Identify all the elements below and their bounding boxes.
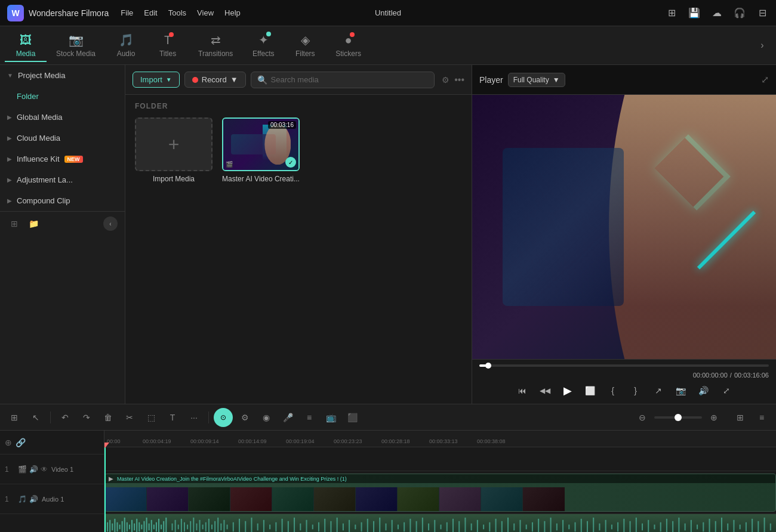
search-box[interactable]: 🔍 (251, 72, 435, 88)
sidebar-item-adjustment-layer[interactable]: ▶ Adjustment La... (0, 169, 125, 190)
playhead[interactable] (104, 447, 106, 532)
tab-media[interactable]: 🖼 Media (5, 30, 47, 61)
zoom-out-button[interactable]: ⊖ (633, 408, 652, 427)
eye-track-icon[interactable]: 👁 (41, 465, 48, 474)
svg-rect-83 (458, 521, 460, 532)
split-button[interactable]: ✂ (120, 408, 139, 427)
list-item[interactable]: 00:03:16 ✓ 🎬 Master AI Video Creati... (222, 117, 300, 183)
video-thumb[interactable]: 00:03:16 ✓ 🎬 (222, 117, 300, 171)
sidebar-item-influence-kit[interactable]: ▶ Influence Kit NEW (0, 149, 125, 169)
list-view-button[interactable]: ≡ (752, 408, 771, 427)
svg-rect-71 (385, 524, 386, 531)
toolbar-divider (50, 412, 51, 423)
left-panel: ▼ Project Media Folder ▶ Global Media ▶ … (0, 65, 125, 404)
import-button[interactable]: Import ▼ (133, 72, 180, 88)
preview-content (472, 95, 776, 359)
redo-button[interactable]: ↷ (77, 408, 96, 427)
import-placeholder-thumb[interactable]: + (135, 117, 213, 171)
add-track-link-icon[interactable]: 🔗 (16, 438, 26, 447)
black-clip-button[interactable]: ⬛ (343, 408, 362, 427)
more-options-icon[interactable]: ••• (454, 75, 464, 85)
zoom-handle[interactable] (675, 414, 682, 421)
skip-back-button[interactable]: ⏮ (514, 382, 531, 399)
undo-button[interactable]: ↶ (56, 408, 75, 427)
menu-help[interactable]: Help (224, 8, 241, 17)
send-to-timeline-button[interactable]: ↗ (650, 382, 667, 399)
snapshot-button[interactable]: 📷 (673, 382, 689, 399)
zoom-in-button[interactable]: ⊕ (704, 408, 723, 427)
marker-button[interactable]: ◉ (257, 408, 276, 427)
menu-tools[interactable]: Tools (168, 8, 186, 17)
delete-button[interactable]: 🗑 (98, 408, 118, 427)
frame-back-button[interactable]: ◀◀ (537, 382, 553, 399)
timecode-3: 00:00:14:09 (238, 438, 286, 444)
grid-view-button[interactable]: ⊞ (731, 408, 750, 427)
fullscreen-button[interactable]: ⤢ (718, 382, 735, 399)
add-video-track-icon[interactable]: ⊕ (5, 438, 12, 447)
mark-out-button[interactable]: } (627, 382, 644, 399)
nav-more-button[interactable]: › (753, 36, 771, 54)
search-input[interactable] (271, 75, 429, 84)
video-track[interactable]: ▶ Master AI Video Creation_Join the #Fil… (104, 471, 776, 514)
clip-thumb (272, 487, 314, 511)
stop-button[interactable]: ⬜ (582, 382, 599, 399)
screen-record-button[interactable]: 📺 (321, 408, 340, 427)
svg-rect-16 (141, 525, 142, 530)
tab-transitions[interactable]: ⇄ Transitions (189, 29, 242, 61)
tab-stickers[interactable]: ● Stickers (326, 30, 371, 61)
tab-stock-media[interactable]: 📷 Stock Media (47, 29, 105, 61)
record-button[interactable]: ⊙ (214, 408, 233, 427)
layout-toggle-icon[interactable]: ⊟ (756, 7, 769, 20)
svg-rect-73 (398, 525, 399, 530)
sidebar-item-compound-clip[interactable]: ▶ Compound Clip (0, 190, 125, 211)
sidebar-item-global-media[interactable]: ▶ Global Media (0, 107, 125, 128)
volume-track-icon[interactable]: 🔊 (29, 465, 38, 474)
chevron-right-icon: ▶ (7, 197, 12, 204)
menu-view[interactable]: View (197, 8, 214, 17)
text-button[interactable]: T (163, 408, 182, 427)
tab-audio[interactable]: 🎵 Audio (105, 29, 147, 61)
sidebar-item-project-media[interactable]: ▼ Project Media (0, 65, 125, 86)
filters-tab-icon: ◈ (301, 33, 310, 47)
volume-button[interactable]: 🔊 (695, 382, 712, 399)
sidebar-item-folder[interactable]: Folder (0, 86, 125, 107)
voiceover-button[interactable]: 🎤 (278, 408, 297, 427)
tab-titles[interactable]: T Titles (147, 30, 189, 61)
record-button[interactable]: Record ▼ (184, 72, 246, 88)
save-icon[interactable]: 💾 (688, 7, 701, 20)
svg-rect-21 (153, 525, 155, 530)
filter-icon[interactable]: ⚙ (442, 75, 449, 85)
zoom-slider[interactable] (654, 416, 702, 419)
video-clip[interactable]: ▶ Master AI Video Creation_Join the #Fil… (104, 474, 776, 512)
audio-track[interactable] (104, 514, 776, 532)
player-timeline-bar[interactable] (479, 364, 769, 367)
add-track-button[interactable]: ⊞ (5, 408, 24, 427)
mark-in-button[interactable]: { (605, 382, 621, 399)
audio-volume-icon[interactable]: 🔊 (29, 495, 38, 503)
list-item[interactable]: + Import Media (135, 117, 213, 183)
screen-layout-icon[interactable]: ⊞ (665, 7, 678, 20)
timeline-handle[interactable] (485, 363, 491, 369)
subtitle-button[interactable]: ≡ (300, 408, 319, 427)
play-button[interactable]: ▶ (559, 382, 576, 399)
sidebar-item-cloud-media[interactable]: ▶ Cloud Media (0, 128, 125, 149)
collapse-panel-button[interactable]: ‹ (103, 216, 118, 231)
settings-button[interactable]: ⚙ (235, 408, 254, 427)
svg-rect-103 (581, 519, 582, 532)
add-folder-icon[interactable]: ⊞ (7, 216, 21, 231)
svg-rect-32 (187, 525, 188, 530)
more-tools-button[interactable]: ··· (184, 408, 204, 427)
menu-file[interactable]: File (121, 8, 133, 17)
folder-icon[interactable]: 📁 (26, 216, 41, 231)
headphone-icon[interactable]: 🎧 (733, 7, 746, 20)
menu-edit[interactable]: Edit (144, 8, 157, 17)
tab-effects[interactable]: ✦ Effects (242, 29, 284, 61)
tab-filters[interactable]: ◈ Filters (284, 29, 326, 61)
quality-select[interactable]: Full Quality ▼ (508, 73, 565, 87)
cloud-upload-icon[interactable]: ☁ (710, 7, 723, 20)
select-tool-button[interactable]: ↖ (26, 408, 45, 427)
media-content: FOLDER + Import Media (125, 95, 472, 404)
expand-player-icon[interactable]: ⤢ (761, 74, 769, 85)
timeline-progress (479, 364, 488, 367)
crop-button[interactable]: ⬚ (141, 408, 161, 427)
